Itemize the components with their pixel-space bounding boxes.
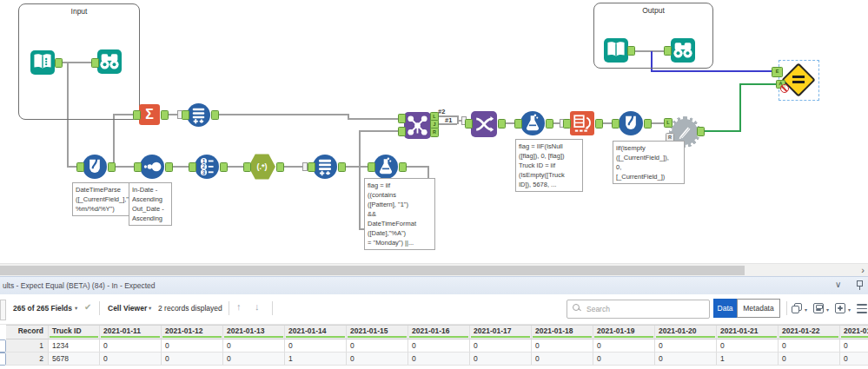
browse-tool[interactable] (97, 49, 122, 74)
table-cell[interactable]: 0 (779, 339, 840, 353)
input-port[interactable] (308, 162, 315, 172)
arrow-down-icon[interactable]: ↓ (255, 301, 260, 312)
input-port[interactable] (182, 110, 189, 120)
union-tool[interactable] (471, 111, 497, 137)
input-port[interactable] (189, 162, 196, 172)
table-cell[interactable]: 0 (100, 339, 162, 353)
table-cell[interactable]: 1234 (49, 339, 100, 353)
output-port[interactable] (161, 110, 169, 120)
cross-tab-tool[interactable] (570, 111, 594, 135)
table-cell[interactable]: 0 (285, 339, 347, 353)
multi-field-formula-tool[interactable] (83, 155, 107, 179)
metadata-tab-button[interactable]: Metadata (737, 299, 780, 318)
table-cell[interactable]: 0 (100, 353, 162, 366)
caret-down-icon[interactable]: ▾ (805, 306, 807, 313)
formula-tool-2[interactable] (520, 111, 545, 135)
table-cell[interactable]: 0 (223, 339, 285, 353)
fields-summary-dropdown[interactable]: 265 of 265 Fields (13, 304, 72, 313)
sort-tool[interactable]: 1 2 3 (195, 155, 219, 179)
join-right-input-port[interactable] (398, 127, 406, 136)
formula-tool[interactable] (374, 155, 398, 179)
caret-down-icon[interactable]: ▾ (75, 305, 77, 312)
caret-down-icon[interactable]: ▾ (149, 305, 151, 312)
column-header[interactable]: 2021-01-16 (408, 326, 470, 339)
row-handle[interactable] (0, 353, 6, 366)
summarize-tool[interactable]: Σ (139, 104, 160, 125)
record-number[interactable]: 2 (6, 353, 49, 366)
column-header[interactable]: Truck ID (49, 326, 100, 339)
table-cell[interactable]: 0 (593, 353, 655, 366)
table-cell[interactable]: 0 (532, 353, 593, 366)
column-header[interactable]: 2021-01-13 (223, 326, 285, 339)
table-cell[interactable]: 0 (655, 339, 717, 353)
table-cell[interactable]: 0 (717, 339, 779, 353)
data-tab-button[interactable]: Data (713, 299, 737, 318)
scroll-right-arrow-icon[interactable]: › (861, 264, 865, 277)
table-cell[interactable]: 5678 (49, 353, 100, 366)
output-port[interactable] (211, 110, 219, 120)
browse-tool-2[interactable] (671, 38, 695, 63)
arrow-up-icon[interactable]: ↑ (236, 301, 242, 312)
menu-icon[interactable] (857, 303, 868, 314)
table-cell[interactable]: 0 (408, 353, 470, 366)
workflow-canvas[interactable]: Input Output (0, 0, 868, 257)
join-tool[interactable] (404, 112, 431, 139)
table-cell[interactable]: 0 (162, 353, 223, 366)
table-cell[interactable]: 0 (840, 353, 868, 366)
input-port[interactable] (76, 162, 84, 172)
hscrollbar-thumb[interactable] (0, 266, 745, 275)
table-cell[interactable]: 0 (470, 339, 532, 353)
output-port[interactable] (165, 162, 173, 172)
search-input[interactable] (585, 301, 708, 317)
input-data-tool[interactable] (30, 50, 55, 75)
collapse-chevron-icon[interactable]: ∨ (835, 280, 841, 289)
cell-viewer-dropdown[interactable]: Cell Viewer (108, 304, 147, 313)
table-cell[interactable]: 0 (347, 339, 408, 353)
output-port[interactable] (644, 119, 652, 128)
input-port[interactable] (91, 58, 99, 68)
column-header-record[interactable]: Record (6, 326, 49, 339)
table-cell[interactable]: 0 (532, 339, 593, 353)
output-port[interactable] (338, 162, 346, 172)
unique-tool[interactable] (140, 155, 164, 179)
multi-field-formula-tool-2[interactable] (619, 111, 643, 135)
input-port[interactable] (368, 162, 375, 172)
column-header[interactable]: 2021-01-12 (162, 326, 223, 339)
save-icon[interactable] (813, 303, 825, 314)
regex-tool[interactable]: (.*) (248, 154, 275, 180)
copy-icon[interactable] (792, 303, 803, 314)
output-port[interactable] (55, 58, 63, 68)
add-icon[interactable] (835, 303, 846, 314)
table-cell[interactable]: 0 (779, 353, 840, 366)
row-handle[interactable] (0, 339, 6, 353)
output-port[interactable] (399, 162, 407, 172)
table-cell[interactable]: 0 (408, 339, 470, 353)
pin-icon[interactable] (855, 280, 864, 290)
join-left-input-port[interactable] (398, 114, 406, 123)
input-port[interactable] (243, 162, 251, 172)
search-box[interactable] (567, 300, 710, 319)
column-header[interactable]: 2021-01-18 (532, 326, 593, 339)
generate-rows-tool[interactable] (187, 103, 210, 127)
input-port[interactable] (134, 162, 142, 172)
column-header[interactable]: 2021-01-23 (840, 326, 868, 339)
column-header[interactable]: 2021-01-19 (593, 326, 655, 339)
column-header[interactable]: 2021-01-11 (100, 326, 162, 339)
table-cell[interactable]: 1 (285, 353, 347, 366)
input-port[interactable] (514, 119, 522, 128)
column-header[interactable]: 2021-01-20 (655, 326, 717, 339)
macro-input-port-l[interactable]: L (664, 118, 673, 128)
output-port[interactable] (546, 119, 553, 128)
column-header[interactable]: 2021-01-14 (285, 326, 347, 339)
output-port[interactable] (627, 46, 635, 56)
output-port[interactable] (697, 127, 705, 136)
input-port[interactable] (664, 46, 672, 56)
input-port[interactable] (612, 119, 620, 128)
table-cell[interactable]: 0 (470, 353, 532, 366)
table-cell[interactable]: 1 (717, 353, 779, 366)
column-header[interactable]: 2021-01-21 (717, 326, 779, 339)
expected-input-port[interactable]: E (772, 67, 783, 77)
table-cell[interactable]: 0 (162, 339, 223, 353)
record-number[interactable]: 1 (6, 339, 49, 353)
output-port[interactable] (498, 119, 506, 128)
